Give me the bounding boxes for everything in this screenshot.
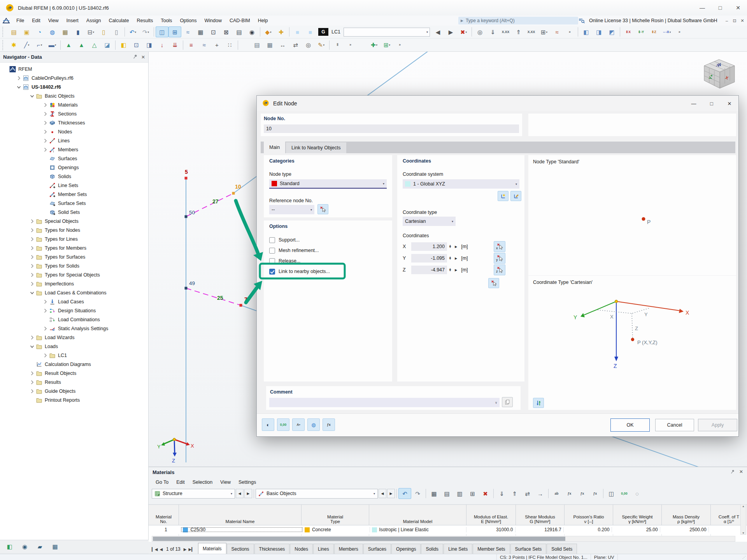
camera-icon[interactable]: ▰ — [33, 541, 46, 552]
parallel-view-icon[interactable]: ‖▾ — [331, 40, 344, 51]
result-table-icon[interactable]: ⊞▾ — [538, 26, 551, 37]
add-solid-icon[interactable]: ◩▾ — [605, 26, 618, 37]
table-tab[interactable]: Nodes — [290, 544, 313, 554]
navigator-tree-item[interactable]: Load Combinations — [0, 315, 148, 324]
show-results-icon[interactable]: ⇑▾ — [512, 26, 525, 37]
table-view-select[interactable]: Basic Objects ▾ — [256, 489, 378, 499]
edit-mode-icon[interactable]: ✎▾ — [315, 40, 328, 51]
coordinate-type-select[interactable]: Cartesian ▾ — [403, 217, 456, 226]
visibility-eye-icon[interactable]: ◉ — [18, 541, 31, 552]
reference-node-select[interactable]: -- ▾ — [269, 205, 314, 214]
more-view-icon[interactable]: »▾ — [344, 40, 357, 51]
new-line-load-icon[interactable]: ⇊▾ — [168, 40, 181, 51]
dropdown-caret-icon[interactable]: ▾ — [135, 31, 137, 33]
load-decimals-icon[interactable]: X.XX▾ — [499, 26, 512, 37]
support-chat-icon[interactable]: ◉▾ — [245, 26, 258, 37]
column-header[interactable]: Material Model — [369, 504, 466, 525]
quick-edit-icon[interactable]: ✚▾ — [275, 26, 288, 37]
new-area-load-icon[interactable]: ≡▾ — [185, 40, 198, 51]
formula2-icon[interactable]: ƒx — [576, 488, 589, 499]
select-chain-icon[interactable]: ↷ — [411, 488, 424, 499]
new-node-icon[interactable]: ✱▾ — [7, 40, 20, 51]
panel-icon[interactable]: ◫ — [605, 488, 618, 499]
table-tab[interactable]: Openings — [391, 544, 421, 554]
expand-collapse-icon[interactable] — [29, 227, 35, 233]
comment-input[interactable]: ∨ — [269, 398, 500, 407]
move-minus-y-icon[interactable]: ⇕-Y▾ — [635, 26, 647, 37]
checkbox[interactable] — [269, 237, 275, 243]
dlubal-help-icon[interactable]: ◐ — [262, 418, 274, 431]
loadcase-flag-next-icon[interactable]: ■▾ — [304, 26, 317, 37]
expand-collapse-icon[interactable] — [29, 379, 35, 385]
materials-menu-item[interactable]: Edit — [172, 477, 189, 487]
navigator-tree-item[interactable]: Design Situations — [0, 306, 148, 315]
dropdown-caret-icon[interactable]: ▾ — [389, 44, 391, 46]
first-page-icon[interactable]: ▎◀ — [152, 547, 158, 551]
column-header[interactable]: MaterialType — [302, 504, 369, 525]
import-icon[interactable]: ⇓ — [495, 488, 508, 499]
dropdown-caret-icon[interactable]: ▾ — [670, 31, 671, 33]
spinner-icon[interactable]: ▲▼ — [449, 257, 452, 260]
option-row[interactable]: Mesh refinement... — [269, 246, 388, 255]
materials-menu-item[interactable]: Settings — [235, 477, 260, 487]
coordinate-value-input[interactable]: 1.200 — [411, 242, 447, 251]
section-plane-icon[interactable]: ◧▾ — [580, 26, 593, 37]
export-icon[interactable]: ⇑ — [508, 488, 521, 499]
menu-item[interactable]: CAD-BIM — [226, 16, 254, 26]
menu-item[interactable]: View — [44, 16, 63, 26]
expand-collapse-icon[interactable] — [42, 326, 49, 332]
rename-icon[interactable]: ab — [550, 488, 563, 499]
expand-collapse-icon[interactable] — [29, 388, 35, 394]
show-loads-icon[interactable]: ◎▾ — [473, 26, 486, 37]
axes-display-icon[interactable]: ✚▾ — [368, 40, 381, 51]
close-icon[interactable]: ✕ — [739, 469, 743, 475]
last-page-icon[interactable]: ▶▎ — [189, 547, 195, 551]
pin-icon[interactable] — [730, 469, 735, 475]
column-header[interactable]: Mass Densityρ [kg/m³] — [662, 504, 711, 525]
expand-collapse-icon[interactable] — [29, 343, 35, 350]
keyword-search-input[interactable]: ▶ Type a keyword (Alt+Q) — [458, 17, 578, 24]
new-model-icon[interactable]: ▤▾ — [7, 26, 20, 37]
ribbon-close-icon[interactable]: ✕ — [738, 17, 746, 24]
navigator-tree-item[interactable]: Sections — [0, 109, 148, 118]
toolbar-button[interactable]: ▾ — [260, 27, 260, 37]
navigator-tree-item[interactable]: Results — [0, 378, 148, 387]
expand-collapse-icon[interactable] — [29, 361, 35, 368]
more-results-icon[interactable]: »▾ — [563, 26, 576, 37]
undo-icon[interactable]: ↶▾ — [126, 26, 139, 37]
dropdown-caret-icon[interactable]: ▾ — [270, 31, 272, 33]
materials-toolbar-button[interactable] — [426, 489, 426, 498]
new-member-icon[interactable]: ▬▾ — [46, 40, 59, 51]
materials-toolbar-button[interactable] — [493, 489, 494, 498]
toolbar-button[interactable]: ▾ — [238, 40, 238, 50]
dropdown-caret-icon[interactable]: ▾ — [148, 31, 149, 33]
navigator-tree-item[interactable]: Printout Reports — [0, 396, 148, 404]
column-header[interactable]: Modulus of Elast.E [N/mm²] — [466, 504, 516, 525]
dropdown-caret-icon[interactable]: ▾ — [376, 44, 378, 46]
navigator-tree-item[interactable]: CableOnPulleys.rf6 — [0, 74, 148, 82]
expand-collapse-icon[interactable] — [42, 173, 49, 180]
navigator-tree-item[interactable]: Load Cases & Combinations — [0, 288, 148, 297]
new-nodal-support-icon[interactable]: ▲▾ — [62, 40, 75, 51]
save-icon[interactable]: ▮▾ — [72, 26, 84, 37]
swap-view-icon[interactable]: ⇄▾ — [289, 40, 302, 51]
navigator-tree-item[interactable]: Guide Objects — [0, 387, 148, 396]
select-related-objects-icon[interactable]: ↶ — [398, 488, 411, 499]
navigator-tree-item[interactable]: Thicknesses — [0, 118, 148, 127]
open-model-icon[interactable]: ▣▾ — [20, 26, 33, 37]
navigator-tree-item[interactable]: Imperfections — [0, 279, 148, 288]
node-7[interactable] — [240, 304, 242, 307]
checkbox[interactable] — [269, 248, 275, 254]
checkbox[interactable] — [269, 258, 275, 264]
table-tab[interactable]: Surfaces — [363, 544, 391, 554]
expand-collapse-icon[interactable] — [29, 370, 35, 376]
spinner-icon[interactable]: ▲▼ — [449, 268, 452, 272]
new-opening-icon[interactable]: ⊡▾ — [130, 40, 143, 51]
dropdown-caret-icon[interactable]: ▾ — [55, 44, 56, 46]
node-no-input[interactable]: 10 — [264, 124, 519, 133]
tables-toggle-icon[interactable]: ⊞▾ — [168, 26, 181, 37]
navigator-tree-item[interactable]: Nodes — [0, 127, 148, 136]
dlubal-cloud-icon[interactable]: ◔▾ — [33, 26, 46, 37]
toolbar-button[interactable]: ▾ — [183, 40, 183, 50]
table-view-icon[interactable]: ▦ — [49, 541, 61, 552]
